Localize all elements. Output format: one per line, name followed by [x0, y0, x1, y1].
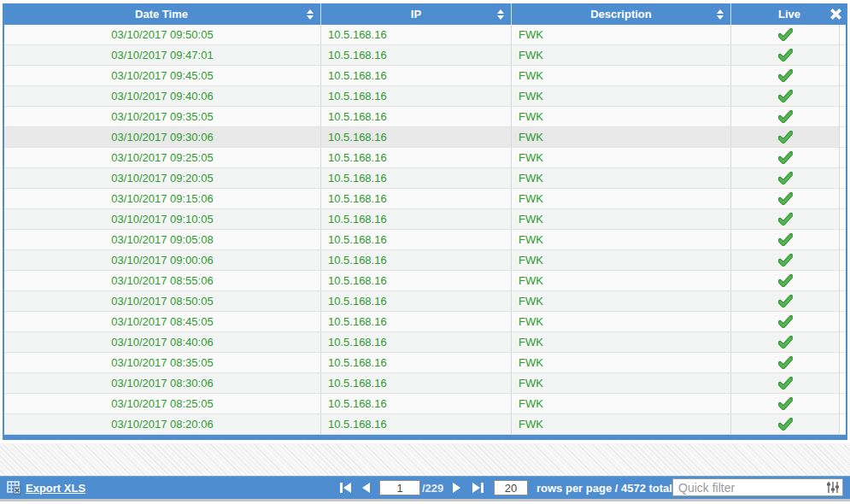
table-row[interactable]: 03/10/2017 08:40:06 10.5.168.16 FWK [4, 332, 846, 353]
cell-ip: 10.5.168.16 [320, 107, 511, 126]
cell-live [730, 66, 839, 85]
cell-description: FWK [511, 86, 730, 106]
cell-description: FWK [511, 414, 730, 434]
green-check-icon [778, 274, 793, 287]
close-button[interactable] [825, 4, 846, 24]
cell-ip: 10.5.168.16 [320, 230, 511, 249]
prev-page-icon [361, 482, 371, 494]
cell-datetime: 03/10/2017 09:05:08 [4, 230, 320, 249]
table-row[interactable]: 03/10/2017 09:10:05 10.5.168.16 FWK [4, 209, 846, 230]
cell-live [730, 86, 839, 106]
row-filler [839, 332, 846, 352]
page-total-label: /229 [422, 482, 443, 495]
green-check-icon [778, 295, 793, 308]
next-page-button[interactable] [450, 481, 464, 495]
cell-description: FWK [511, 189, 730, 208]
pagination-toolbar: Export XLS /229 ro [0, 476, 850, 499]
cell-ip: 10.5.168.16 [320, 332, 511, 352]
cell-datetime: 03/10/2017 08:40:06 [4, 332, 320, 352]
table-row[interactable]: 03/10/2017 08:50:05 10.5.168.16 FWK [4, 291, 846, 312]
row-filler [839, 148, 846, 167]
cell-live [730, 189, 839, 208]
row-filler [839, 66, 846, 85]
table-row[interactable]: 03/10/2017 09:20:05 10.5.168.16 FWK [4, 168, 846, 189]
cell-ip: 10.5.168.16 [320, 250, 511, 270]
filter-sliders-icon[interactable] [826, 481, 840, 494]
table-row[interactable]: 03/10/2017 09:47:01 10.5.168.16 FWK [4, 45, 846, 66]
cell-live [730, 148, 839, 167]
cell-live [730, 127, 839, 147]
cell-live [730, 107, 839, 126]
cell-description: FWK [511, 230, 730, 249]
table-row[interactable]: 03/10/2017 09:25:05 10.5.168.16 FWK [4, 148, 846, 168]
green-check-icon [778, 69, 793, 82]
table-row[interactable]: 03/10/2017 09:05:08 10.5.168.16 FWK [4, 230, 846, 250]
cell-ip: 10.5.168.16 [320, 45, 511, 65]
cell-datetime: 03/10/2017 08:20:06 [4, 414, 320, 434]
cell-description: FWK [511, 394, 730, 413]
cell-live [730, 414, 839, 434]
table-row[interactable]: 03/10/2017 08:25:05 10.5.168.16 FWK [4, 394, 846, 414]
quick-filter-input[interactable] [672, 478, 843, 496]
table-row[interactable]: 03/10/2017 08:55:06 10.5.168.16 FWK [4, 271, 846, 291]
rows-per-page-group: rows per page / 4572 total [494, 477, 672, 499]
cell-datetime: 03/10/2017 09:50:05 [4, 25, 320, 44]
table-row[interactable]: 03/10/2017 08:30:06 10.5.168.16 FWK [4, 373, 846, 394]
cell-live [730, 353, 839, 372]
table-row[interactable]: 03/10/2017 09:15:06 10.5.168.16 FWK [4, 189, 846, 209]
cell-datetime: 03/10/2017 08:45:05 [4, 312, 320, 331]
cell-ip: 10.5.168.16 [320, 148, 511, 167]
column-header-description[interactable]: Description [511, 3, 730, 25]
row-filler [839, 127, 846, 147]
cell-ip: 10.5.168.16 [320, 127, 511, 147]
cell-datetime: 03/10/2017 09:10:05 [4, 209, 320, 229]
cell-description: FWK [511, 332, 730, 352]
sort-arrows-icon [497, 9, 504, 20]
page-number-input[interactable] [379, 480, 420, 495]
cell-description: FWK [511, 168, 730, 188]
column-label: IP [411, 8, 421, 21]
green-check-icon [778, 151, 793, 164]
row-filler [839, 312, 846, 331]
column-header-ip[interactable]: IP [320, 3, 511, 25]
cell-ip: 10.5.168.16 [320, 168, 511, 188]
row-filler [839, 168, 846, 188]
cell-live [730, 230, 839, 249]
table-row[interactable]: 03/10/2017 09:50:05 10.5.168.16 FWK [4, 25, 846, 45]
table-row[interactable]: 03/10/2017 08:45:05 10.5.168.16 FWK [4, 312, 846, 332]
row-filler [839, 271, 846, 290]
table-header: Date Time IP Description Live [3, 3, 847, 25]
cell-description: FWK [511, 209, 730, 229]
cell-datetime: 03/10/2017 09:47:01 [4, 45, 320, 65]
table-row[interactable]: 03/10/2017 09:35:05 10.5.168.16 FWK [4, 107, 846, 127]
sort-arrows-icon [307, 9, 314, 20]
table-row[interactable]: 03/10/2017 08:20:06 10.5.168.16 FWK [4, 414, 846, 435]
cell-live [730, 332, 839, 352]
cell-description: FWK [511, 127, 730, 147]
table-row[interactable]: 03/10/2017 08:35:05 10.5.168.16 FWK [4, 353, 846, 373]
row-filler [839, 86, 846, 106]
green-check-icon [778, 192, 793, 205]
cell-datetime: 03/10/2017 08:35:05 [4, 353, 320, 372]
table-row[interactable]: 03/10/2017 09:40:06 10.5.168.16 FWK [4, 86, 846, 107]
excel-icon [7, 481, 21, 495]
cell-ip: 10.5.168.16 [320, 25, 511, 44]
cell-description: FWK [511, 353, 730, 372]
prev-page-button[interactable] [359, 481, 372, 495]
row-filler [839, 414, 846, 434]
first-page-button[interactable] [338, 481, 352, 495]
last-page-button[interactable] [471, 481, 484, 495]
green-check-icon [778, 254, 793, 267]
rows-per-page-input[interactable] [494, 480, 528, 495]
cell-description: FWK [511, 312, 730, 331]
cell-description: FWK [511, 271, 730, 290]
export-xls-link[interactable]: Export XLS [26, 482, 85, 495]
cell-datetime: 03/10/2017 08:30:06 [4, 373, 320, 393]
cell-ip: 10.5.168.16 [320, 373, 511, 393]
column-header-date-time[interactable]: Date Time [3, 3, 320, 25]
table-row[interactable]: 03/10/2017 09:00:06 10.5.168.16 FWK [4, 250, 846, 271]
table-row[interactable]: 03/10/2017 09:45:05 10.5.168.16 FWK [4, 66, 846, 86]
column-label: Live [778, 8, 800, 21]
quick-filter-group [672, 478, 843, 496]
table-row[interactable]: 03/10/2017 09:30:06 10.5.168.16 FWK [4, 127, 846, 148]
